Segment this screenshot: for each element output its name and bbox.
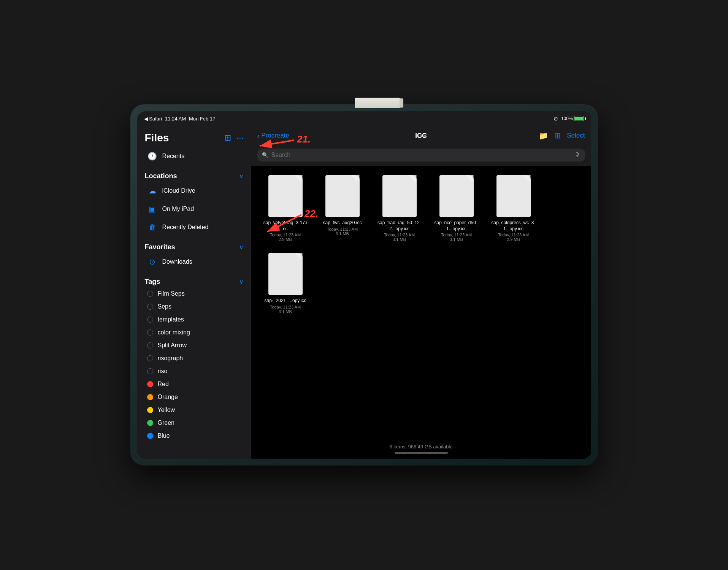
sidebar-item-ipad[interactable]: ▣ On My iPad <box>140 200 249 218</box>
tag-dot-splitarrow <box>147 342 153 348</box>
device-screen: ◀ Safari 11:24 AM Mon Feb 17 ⊙ 100% <box>137 111 591 459</box>
search-icon: 🔍 <box>262 152 268 158</box>
tag-label-risograph: risograph <box>158 355 183 362</box>
file-date-2: Today, 11:23 AM <box>384 233 415 237</box>
file-icon-4 <box>496 175 531 217</box>
file-date-3: Today, 11:23 AM <box>441 233 472 237</box>
file-page-2 <box>382 175 417 217</box>
locations-header: Locations ∨ <box>137 171 251 182</box>
sidebar-item-downloads[interactable]: ⊙ Downloads <box>140 253 249 271</box>
battery-body <box>574 116 584 121</box>
file-size-2: 3.1 MB <box>393 237 406 242</box>
file-item-1[interactable]: sap_twc_aug20.icc Today, 11:23 AM 3.1 MB <box>320 175 365 242</box>
tags-chevron-icon[interactable]: ∨ <box>239 278 244 285</box>
recently-deleted-label: Recently Deleted <box>162 224 209 231</box>
search-input-wrapper[interactable]: 🔍 🎙 <box>257 149 585 162</box>
nav-folder-icon[interactable]: 📁 <box>539 131 548 140</box>
main-content: Files ⊞ ··· 🕐 Recents Locations ∨ <box>137 126 591 459</box>
file-item-4[interactable]: sap_coldpress_wc_3-1...opy.icc Today, 11… <box>491 175 536 242</box>
file-item-0[interactable]: sap_velvet-rag_3-17.icc Today, 11:23 AM … <box>263 175 308 242</box>
home-indicator <box>395 452 448 454</box>
file-icon-3 <box>439 175 474 217</box>
apple-pencil <box>355 98 400 108</box>
tag-item-yellow[interactable]: Yellow <box>140 404 249 416</box>
file-name-2: sap_trad_rag_50_12-2...opy.icc <box>377 220 422 232</box>
ipad-device: ◀ Safari 11:24 AM Mon Feb 17 ⊙ 100% <box>130 104 598 466</box>
mic-icon[interactable]: 🎙 <box>574 152 580 158</box>
ipad-icon: ▣ <box>147 204 158 214</box>
nav-back-button[interactable]: ‹ Procreate <box>257 131 289 140</box>
sidebar-title: Files <box>145 132 169 144</box>
sidebar: Files ⊞ ··· 🕐 Recents Locations ∨ <box>137 126 251 459</box>
sidebar-layout-icon[interactable]: ⊞ <box>224 133 231 143</box>
tag-dot-filmseps <box>147 291 153 297</box>
tag-item-filmseps[interactable]: Film Seps <box>140 287 249 300</box>
tag-dot-yellow <box>147 407 153 413</box>
file-date-0: Today, 11:23 AM <box>270 233 301 237</box>
file-item-3[interactable]: sap_rice_paper_d50_1...opy.icc Today, 11… <box>434 175 479 242</box>
file-size-1: 3.1 MB <box>336 231 349 236</box>
safari-back-label: ◀ Safari <box>144 116 162 122</box>
file-size-5: 3.1 MB <box>279 309 292 314</box>
file-name-4: sap_coldpress_wc_3-1...opy.icc <box>491 220 536 232</box>
status-bar: ◀ Safari 11:24 AM Mon Feb 17 ⊙ 100% <box>137 111 591 126</box>
tag-item-splitarrow[interactable]: Split Arrow <box>140 339 249 352</box>
tag-item-blue[interactable]: Blue <box>140 429 249 442</box>
downloads-icon: ⊙ <box>147 256 158 267</box>
sidebar-more-icon[interactable]: ··· <box>236 133 243 143</box>
sidebar-item-recently-deleted[interactable]: 🗑 Recently Deleted <box>140 218 249 236</box>
tag-dot-orange <box>147 394 153 400</box>
favorites-title: Favorites <box>145 243 175 251</box>
sidebar-header-icons: ⊞ ··· <box>224 133 243 143</box>
nav-grid-icon[interactable]: ⊞ <box>554 131 561 140</box>
locations-chevron-icon[interactable]: ∨ <box>239 173 244 180</box>
favorites-chevron-icon[interactable]: ∨ <box>239 244 244 251</box>
tags-section: Tags ∨ Film Seps Seps templates <box>137 276 251 442</box>
tag-dot-blue <box>147 433 153 439</box>
files-grid: sap_velvet-rag_3-17.icc Today, 11:23 AM … <box>251 166 591 439</box>
battery-indicator: 100% <box>561 116 584 121</box>
tag-label-red: Red <box>158 381 169 388</box>
sidebar-item-recents[interactable]: 🕐 Recents <box>140 147 249 165</box>
file-date-5: Today, 11:23 AM <box>270 305 301 309</box>
tag-item-templates[interactable]: templates <box>140 313 249 326</box>
tag-dot-risograph <box>147 355 153 361</box>
icloud-label: iCloud Drive <box>162 187 195 194</box>
file-icon-2 <box>382 175 417 217</box>
tags-header: Tags ∨ <box>137 276 251 287</box>
file-name-0: sap_velvet-rag_3-17.icc <box>263 220 308 232</box>
tag-item-seps[interactable]: Seps <box>140 300 249 313</box>
tag-dot-red <box>147 381 153 387</box>
file-page-0 <box>268 175 303 217</box>
status-time: 11:24 AM <box>165 116 186 122</box>
tag-label-splitarrow: Split Arrow <box>158 342 187 349</box>
favorites-header: Favorites ∨ <box>137 242 251 253</box>
search-bar: 🔍 🎙 <box>251 146 591 166</box>
nav-title: ICC <box>415 132 427 140</box>
tag-item-green[interactable]: Green <box>140 416 249 429</box>
tag-item-orange[interactable]: Orange <box>140 391 249 404</box>
file-size-0: 2.9 MB <box>279 237 292 242</box>
tag-label-riso: riso <box>158 368 168 375</box>
battery-fill <box>574 117 584 120</box>
tag-dot-riso <box>147 368 153 374</box>
sidebar-item-icloud[interactable]: ☁ iCloud Drive <box>140 182 249 200</box>
file-date-4: Today, 11:23 AM <box>498 233 529 237</box>
file-icon-5 <box>268 253 303 295</box>
status-day: Mon Feb 17 <box>189 116 215 122</box>
file-item-2[interactable]: sap_trad_rag_50_12-2...opy.icc Today, 11… <box>377 175 422 242</box>
file-item-5[interactable]: sap-_2021_...opy.icc Today, 11:23 AM 3.1… <box>263 253 308 314</box>
tag-item-risograph[interactable]: risograph <box>140 352 249 365</box>
tag-dot-templates <box>147 317 153 323</box>
right-panel: ‹ Procreate ICC 📁 ⊞ Select 🔍 🎙 <box>251 126 591 459</box>
wifi-icon: ⊙ <box>554 116 558 122</box>
tag-label-filmseps: Film Seps <box>158 290 185 297</box>
battery-percent: 100% <box>561 116 573 121</box>
nav-actions: 📁 ⊞ Select <box>539 131 585 140</box>
nav-select-button[interactable]: Select <box>567 132 585 139</box>
tag-item-colormixing[interactable]: color mixing <box>140 326 249 339</box>
tag-label-templates: templates <box>158 316 184 323</box>
tag-item-red[interactable]: Red <box>140 378 249 391</box>
search-input[interactable] <box>271 152 571 158</box>
tag-item-riso[interactable]: riso <box>140 365 249 378</box>
